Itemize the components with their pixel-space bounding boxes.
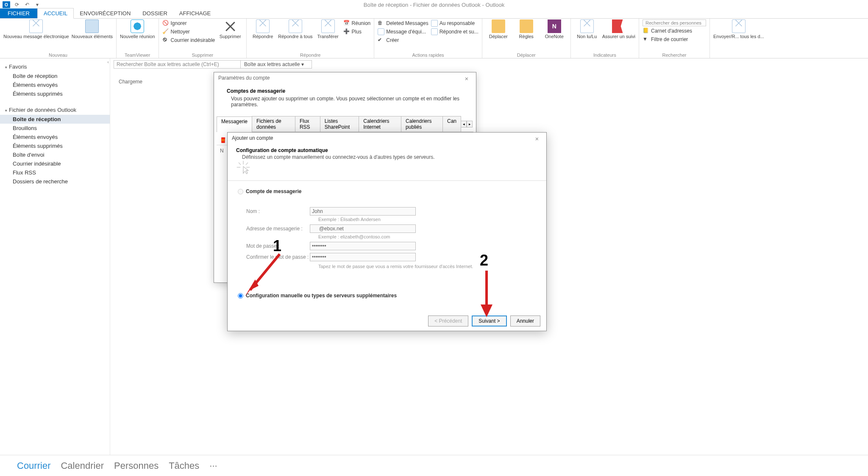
tab-file[interactable]: FICHIER <box>0 8 37 18</box>
qs-replydel-label: Répondre et su... <box>440 29 479 35</box>
favorites-header[interactable]: Favoris <box>0 62 110 72</box>
meeting-label: Réunion <box>352 20 371 26</box>
ribbon-tabs: FICHIER ACCUEIL ENVOI/RÉCEPTION DOSSIER … <box>0 9 868 19</box>
reply-icon <box>256 19 270 33</box>
nav-mail[interactable]: Courrier <box>17 460 50 471</box>
new-email-button[interactable]: Nouveau message électronique <box>3 19 69 39</box>
teamviewer-meeting-button[interactable]: Nouvelle réunion <box>120 19 155 39</box>
meeting-button[interactable]: 📅Réunion <box>343 19 371 27</box>
nav-outbox[interactable]: Boîte d'envoi <box>0 150 110 159</box>
envelope-icon <box>431 28 438 35</box>
ignore-icon: 🚫 <box>162 20 169 27</box>
new-email-label: Nouveau message électronique <box>3 34 69 39</box>
delete-icon <box>223 19 237 33</box>
radio-email-account[interactable] <box>238 189 243 194</box>
send-receive-icon <box>732 19 746 33</box>
send-receive-button[interactable]: Envoyer/R... tous les d... <box>713 19 764 39</box>
nav-tasks[interactable]: Tâches <box>169 460 199 471</box>
annotation-2: 2 <box>480 252 488 269</box>
reply-button[interactable]: Répondre <box>250 19 275 39</box>
nav-deleted[interactable]: Éléments supprimés <box>0 141 110 150</box>
nav-calendar[interactable]: Calendrier <box>61 460 104 471</box>
search-input[interactable]: Rechercher Boîte aux lettres actuelle (C… <box>114 60 241 69</box>
group-new-label: Nouveau <box>3 53 113 58</box>
group-tags-label: Indicateurs <box>574 53 635 58</box>
nav-junk[interactable]: Courrier indésirable <box>0 159 110 168</box>
rules-label: Règles <box>519 34 534 39</box>
more-label: Plus <box>352 29 362 35</box>
email-field[interactable] <box>310 224 416 233</box>
new-items-button[interactable]: Nouveaux éléments <box>72 19 113 39</box>
group-delete-label: Supprimer <box>162 53 243 58</box>
dlg1-tab-ical[interactable]: Calendriers Internet <box>359 116 401 132</box>
junk-button[interactable]: 🛇Courrier indésirable <box>162 36 215 44</box>
nav-rss[interactable]: Flux RSS <box>0 168 110 177</box>
unread-button[interactable]: Non lu/Lu <box>574 19 600 39</box>
tab-view[interactable]: AFFICHAGE <box>173 8 217 18</box>
clean-button[interactable]: 🧹Nettoyer <box>162 28 215 36</box>
qat-customize-icon[interactable]: ▾ <box>33 1 42 8</box>
nav-drafts[interactable]: Brouillons <box>0 124 110 133</box>
prev-button[interactable]: < Précédent <box>428 315 468 327</box>
nav-fav-deleted[interactable]: Éléments supprimés <box>0 89 110 98</box>
tab-send-receive[interactable]: ENVOI/RÉCEPTION <box>74 8 136 18</box>
new-items-icon <box>85 19 99 33</box>
dlg1-tab-scroll-right[interactable]: ▸ <box>467 121 473 127</box>
dlg1-heading: Comptes de messagerie <box>227 88 285 94</box>
onenote-button[interactable]: NOneNote <box>542 19 567 39</box>
nav-sent[interactable]: Éléments envoyés <box>0 133 110 141</box>
dlg1-close-button[interactable]: × <box>462 75 472 82</box>
nav-people[interactable]: Personnes <box>114 460 159 471</box>
qs-team-button[interactable]: Message d'équi... <box>378 28 428 36</box>
password-field[interactable] <box>310 242 416 250</box>
nav-more[interactable]: ··· <box>209 460 217 471</box>
dlg1-tab-more[interactable]: Can <box>442 116 461 132</box>
qs-team-label: Message d'équi... <box>386 29 426 35</box>
dlg1-tab-scroll-left[interactable]: ◂ <box>461 121 467 127</box>
dlg2-close-button[interactable]: × <box>532 135 542 142</box>
move-button[interactable]: Déplacer <box>486 19 511 39</box>
tab-home[interactable]: ACCUEIL <box>37 8 74 19</box>
dlg1-tab-pubcal[interactable]: Calendriers publiés <box>401 116 443 132</box>
qs-create-button[interactable]: ✔Créer <box>378 36 428 44</box>
datafile-header[interactable]: Fichier de données Outlook <box>0 105 110 115</box>
check-icon: ✔ <box>378 37 384 44</box>
nav-collapse-button[interactable]: ‹ <box>107 59 109 64</box>
qs-manager-label: Au responsable <box>440 20 475 26</box>
teamviewer-icon <box>131 19 144 33</box>
qs-deleted-button[interactable]: 🗑Deleted Messages <box>378 19 428 27</box>
dlg1-tab-sharepoint[interactable]: Listes SharePoint <box>320 116 359 132</box>
nav-search-folders[interactable]: Dossiers de recherche <box>0 177 110 186</box>
reply-all-button[interactable]: Répondre à tous <box>278 19 312 39</box>
qs-replydel-button[interactable]: Répondre et su... <box>431 28 479 36</box>
qat-undo-icon[interactable]: ↶ <box>23 1 31 8</box>
search-people-input[interactable]: Rechercher des personnes <box>643 19 706 26</box>
password2-field[interactable] <box>310 253 416 261</box>
send-receive-label: Envoyer/R... tous les d... <box>713 34 764 39</box>
qs-deleted-label: Deleted Messages <box>386 20 428 26</box>
qat-send-receive-icon[interactable]: ⟳ <box>13 1 21 8</box>
name-field[interactable] <box>310 207 416 216</box>
nav-fav-inbox[interactable]: Boîte de réception <box>0 72 110 80</box>
teamviewer-label: Nouvelle réunion <box>120 34 155 39</box>
tab-folder[interactable]: DOSSIER <box>136 8 173 18</box>
dlg1-tab-rss[interactable]: Flux RSS <box>295 116 320 132</box>
ribbon: Nouveau message électronique Nouveaux él… <box>0 19 868 58</box>
more-respond-button[interactable]: ➕Plus <box>343 28 371 36</box>
ignore-button[interactable]: 🚫Ignorer <box>162 19 215 27</box>
filter-email-button[interactable]: ▼Filtre de courrier <box>643 36 706 43</box>
rules-button[interactable]: Règles <box>514 19 539 39</box>
dlg1-tab-mail[interactable]: Messagerie <box>217 116 252 132</box>
nav-inbox[interactable]: Boîte de réception <box>0 115 110 124</box>
nav-fav-sent[interactable]: Éléments envoyés <box>0 80 110 89</box>
trash-icon: 🗑 <box>378 20 384 27</box>
followup-button[interactable]: Assurer un suivi <box>602 19 635 39</box>
cancel-button[interactable]: Annuler <box>510 315 540 327</box>
filter-label: Filtre de courrier <box>651 36 688 42</box>
dlg1-tab-data[interactable]: Fichiers de données <box>252 116 295 132</box>
forward-button[interactable]: Transférer <box>315 19 341 39</box>
qs-manager-button[interactable]: Au responsable <box>431 19 479 27</box>
search-scope-dropdown[interactable]: Boîte aux lettres actuelle ▾ <box>241 60 312 69</box>
delete-button[interactable]: Supprimer <box>217 19 243 39</box>
address-book-button[interactable]: 📒Carnet d'adresses <box>643 27 706 35</box>
